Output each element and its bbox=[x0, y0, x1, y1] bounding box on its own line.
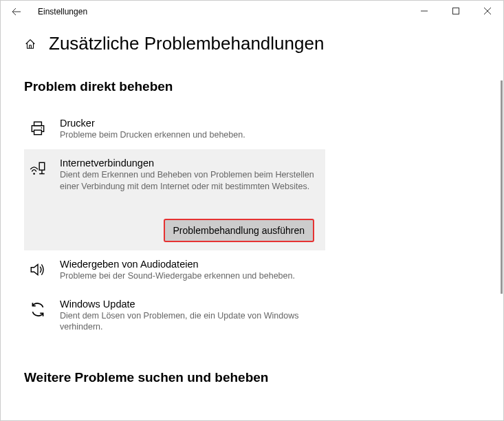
svg-rect-6 bbox=[34, 130, 42, 135]
sync-icon bbox=[27, 299, 49, 321]
minimize-button[interactable] bbox=[408, 1, 440, 21]
item-title: Internetverbindungen bbox=[60, 158, 317, 169]
window-controls bbox=[408, 1, 503, 21]
troubleshooter-item-internet[interactable]: Internetverbindungen Dient dem Erkennen … bbox=[24, 149, 325, 250]
item-text: Windows Update Dient dem Lösen von Probl… bbox=[60, 299, 317, 334]
title-bar: Einstellungen bbox=[1, 1, 503, 23]
svg-rect-1 bbox=[453, 8, 459, 14]
item-text: Internetverbindungen Dient dem Erkennen … bbox=[60, 158, 317, 193]
printer-icon bbox=[27, 118, 49, 140]
item-desc: Dient dem Lösen von Problemen, die ein U… bbox=[60, 310, 317, 334]
troubleshooter-item-audio[interactable]: Wiedergeben von Audiodateien Probleme be… bbox=[24, 250, 325, 290]
item-desc: Probleme beim Drucken erkennen und beheb… bbox=[60, 129, 317, 141]
section-heading-fix: Problem direkt beheben bbox=[24, 79, 480, 94]
maximize-button[interactable] bbox=[440, 1, 472, 21]
speaker-icon bbox=[27, 259, 49, 281]
minimize-icon bbox=[421, 8, 428, 14]
arrow-left-icon bbox=[12, 7, 21, 17]
scrollbar[interactable] bbox=[501, 80, 503, 294]
close-icon bbox=[484, 8, 491, 14]
item-title: Drucker bbox=[60, 118, 317, 129]
run-button-wrap: Problembehandlung ausführen bbox=[27, 219, 317, 242]
svg-point-7 bbox=[41, 127, 43, 129]
back-button[interactable] bbox=[12, 7, 21, 17]
page-title: Zusätzliche Problembehandlungen bbox=[49, 33, 324, 54]
home-icon bbox=[24, 38, 36, 50]
item-title: Windows Update bbox=[60, 299, 317, 310]
svg-point-8 bbox=[33, 173, 35, 175]
maximize-icon bbox=[452, 8, 459, 14]
item-text: Drucker Probleme beim Drucken erkennen u… bbox=[60, 118, 317, 141]
content-area: Zusätzliche Problembehandlungen Problem … bbox=[1, 23, 503, 421]
svg-rect-9 bbox=[39, 162, 45, 170]
item-desc: Probleme bei der Sound-Wiedergabe erkenn… bbox=[60, 270, 317, 282]
svg-rect-4 bbox=[34, 122, 42, 125]
close-button[interactable] bbox=[472, 1, 503, 21]
network-icon bbox=[27, 158, 49, 180]
section-heading-find: Weitere Probleme suchen und beheben bbox=[24, 370, 480, 385]
section-find-fix: Weitere Probleme suchen und beheben bbox=[24, 370, 480, 385]
troubleshooter-item-windows-update[interactable]: Windows Update Dient dem Lösen von Probl… bbox=[24, 290, 325, 342]
troubleshooter-item-printer[interactable]: Drucker Probleme beim Drucken erkennen u… bbox=[24, 109, 325, 149]
item-text: Wiedergeben von Audiodateien Probleme be… bbox=[60, 259, 317, 282]
item-title: Wiedergeben von Audiodateien bbox=[60, 259, 317, 270]
item-desc: Dient dem Erkennen und Beheben von Probl… bbox=[60, 169, 317, 193]
page-header: Zusätzliche Problembehandlungen bbox=[24, 33, 480, 54]
run-troubleshooter-button[interactable]: Problembehandlung ausführen bbox=[164, 219, 314, 242]
home-button[interactable] bbox=[24, 38, 36, 50]
troubleshooter-list: Drucker Probleme beim Drucken erkennen u… bbox=[24, 109, 325, 341]
window-title: Einstellungen bbox=[38, 7, 87, 17]
